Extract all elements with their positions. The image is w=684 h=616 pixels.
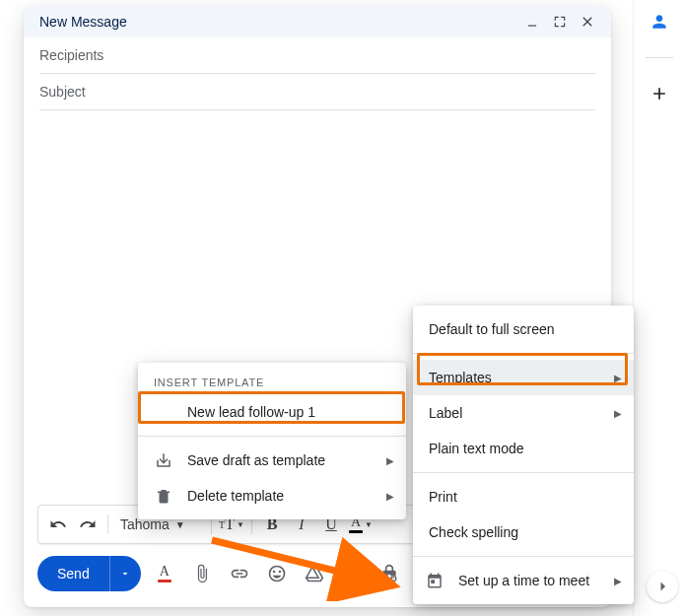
redo-icon[interactable]: [74, 511, 102, 538]
chevron-down-icon: ▼: [175, 519, 185, 530]
add-app-icon[interactable]: [640, 74, 679, 113]
emoji-icon[interactable]: [261, 558, 293, 589]
menu-item-label: Templates: [429, 370, 492, 385]
menu-item-fullscreen[interactable]: Default to full screen: [413, 311, 634, 347]
divider: [413, 556, 634, 557]
subject-input[interactable]: [39, 84, 595, 100]
svg-rect-0: [528, 26, 536, 27]
template-item-save[interactable]: Save draft as template ▶: [138, 443, 406, 478]
compose-header: New Message: [24, 6, 611, 37]
chevron-down-icon: ▼: [365, 520, 373, 529]
fullscreen-icon[interactable]: [552, 14, 568, 30]
chevron-right-icon: ▶: [614, 576, 622, 586]
chevron-right-icon: ▶: [386, 491, 394, 502]
send-button: Send: [37, 556, 141, 591]
menu-item-label: Check spelling: [429, 524, 518, 540]
menu-item-print[interactable]: Print: [413, 479, 634, 514]
menu-item-label-action[interactable]: Label ▶: [413, 395, 634, 431]
menu-item-templates[interactable]: Templates ▶: [413, 360, 634, 395]
recipients-input[interactable]: [39, 47, 595, 63]
divider: [413, 353, 634, 354]
menu-item-label: Save draft as template: [187, 452, 325, 468]
chevron-down-icon: ▼: [237, 520, 244, 529]
menu-item-schedule[interactable]: Set up a time to meet ▶: [413, 563, 634, 598]
chevron-right-icon: ▶: [614, 373, 622, 383]
menu-item-label: New lead follow-up 1: [187, 404, 315, 420]
menu-item-label: Default to full screen: [429, 321, 555, 337]
menu-item-label: Plain text mode: [429, 441, 524, 456]
undo-icon[interactable]: [44, 511, 72, 538]
calendar-icon: [425, 571, 445, 590]
send-button-main[interactable]: Send: [37, 556, 109, 591]
divider: [646, 57, 673, 58]
menu-item-plaintext[interactable]: Plain text mode: [413, 431, 634, 466]
blank-icon: [154, 402, 173, 422]
menu-item-label: Print: [429, 489, 457, 505]
contacts-icon[interactable]: [640, 2, 679, 41]
close-icon[interactable]: [580, 14, 595, 30]
subject-row[interactable]: [39, 74, 595, 110]
chevron-right-icon: ▶: [386, 455, 394, 466]
menu-item-label: Set up a time to meet: [458, 573, 589, 588]
minimize-icon[interactable]: [524, 14, 540, 30]
confidential-icon[interactable]: [374, 558, 405, 589]
compose-title: New Message: [39, 14, 127, 30]
save-icon: [154, 450, 173, 470]
drive-icon[interactable]: [299, 558, 330, 589]
image-icon[interactable]: [336, 558, 368, 589]
link-icon[interactable]: [224, 558, 255, 589]
divider: [138, 436, 406, 437]
recipients-row[interactable]: [39, 37, 595, 74]
window-controls: [524, 14, 595, 30]
template-item-new-lead[interactable]: New lead follow-up 1: [138, 394, 406, 430]
chevron-right-icon: ▶: [614, 408, 622, 419]
divider: [413, 472, 634, 473]
menu-item-label: Label: [429, 405, 462, 421]
collapse-panel-button[interactable]: [647, 571, 678, 602]
menu-item-spelling[interactable]: Check spelling: [413, 514, 634, 550]
menu-item-label: Delete template: [187, 488, 284, 504]
send-more-button[interactable]: [109, 556, 141, 591]
side-panel: [633, 0, 684, 616]
divider: [107, 514, 108, 534]
submenu-heading: Insert template: [138, 369, 406, 394]
more-options-menu: Default to full screen Templates ▶ Label…: [413, 306, 634, 604]
text-format-icon[interactable]: A: [149, 558, 180, 589]
template-item-delete[interactable]: Delete template ▶: [138, 478, 406, 513]
attach-icon[interactable]: [186, 558, 218, 589]
templates-submenu: Insert template New lead follow-up 1 Sav…: [138, 363, 406, 519]
trash-icon: [154, 486, 173, 506]
